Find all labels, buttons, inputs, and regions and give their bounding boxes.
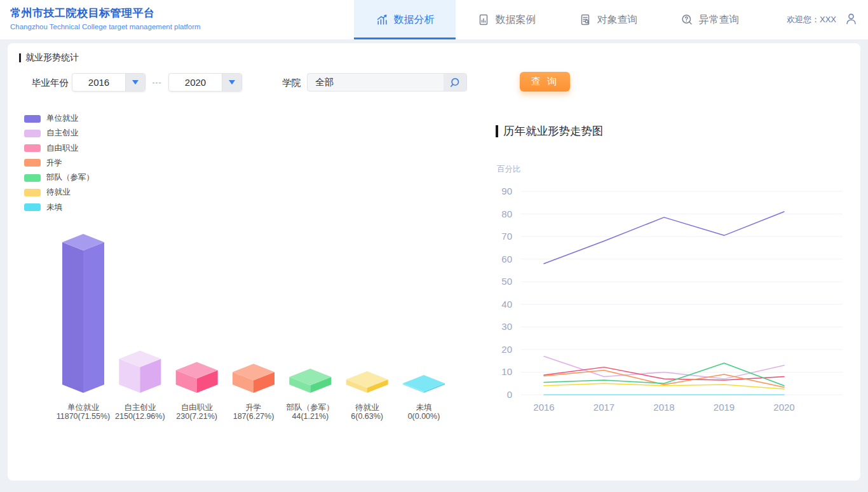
year-range-separator: --- [148,73,166,92]
employment-stats-card: 就业形势统计 毕业年份 2016 --- 2020 学院 查 询 单位就业自主创… [8,43,860,481]
year-filter-label: 毕业年份 [32,73,69,92]
chevron-down-icon [229,80,235,85]
legend-swatch [24,159,41,167]
y-tick-label: 90 [501,186,512,196]
bar-value-label: 187(6.27%) [233,412,275,421]
legend-item[interactable]: 自主创业 [24,129,94,137]
bar-3d: 单位就业11870(71.55%) [57,234,111,421]
legend-swatch [24,189,41,196]
trend-line-自主创业 [544,357,784,379]
user-area: 欢迎您：XXX [787,0,858,39]
tab-object-query[interactable]: 对象查询 [557,0,659,39]
y-tick-label: 30 [501,321,512,332]
trend-line-单位就业 [544,212,784,264]
bar-3d: 部队（参军）44(1.21%) [286,369,334,421]
y-tick-label: 0 [507,389,512,400]
welcome-text: 欢迎您：XXX [787,14,836,25]
y-tick-label: 70 [501,231,512,242]
document-search-icon [579,13,592,26]
tab-label: 数据案例 [496,13,536,27]
x-tick-label: 2016 [533,402,554,413]
bar-value-label: 44(1.21%) [292,412,329,421]
legend-label: 待就业 [46,187,71,198]
year-from-select[interactable]: 2016 [72,73,146,92]
title-accent-bar [19,53,21,62]
y-tick-label: 40 [501,299,512,310]
legend-label: 部队（参军） [46,172,94,183]
tab-label: 数据分析 [394,13,435,27]
college-search-icon-zone[interactable] [444,74,466,91]
legend-item[interactable]: 单位就业 [24,114,94,123]
tab-anomaly-query[interactable]: 异常查询 [659,0,761,39]
y-tick-label: 60 [501,254,512,264]
legend-label: 升学 [46,158,62,168]
legend-swatch [24,144,41,152]
bar-value-label: 230(7.21%) [176,412,217,421]
bar-value-label: 11870(71.55%) [57,412,111,421]
app-subtitle: Changzhou Technical College target manag… [10,23,201,31]
y-tick-label: 20 [501,344,512,355]
legend-item[interactable]: 升学 [24,159,94,167]
document-chart-icon [477,13,490,26]
legend-swatch [24,203,41,211]
query-button[interactable]: 查 询 [520,72,570,92]
search-icon [449,77,461,88]
tab-data-cases[interactable]: 数据案例 [456,0,557,39]
section-title: 就业形势统计 [19,52,79,64]
bar-3d: 升学187(6.27%) [233,364,275,421]
tab-label: 对象查询 [597,13,638,27]
bar-3d: 待就业6(0.63%) [346,371,388,421]
bar-category-label: 自主创业 [124,403,156,412]
year-to-select[interactable]: 2020 [168,73,242,92]
main-nav: 数据分析 数据案例 对象查询 异常查询 [354,0,761,39]
bar-category-label: 自由职业 [181,403,214,412]
legend-swatch [24,130,41,137]
line-chart-svg: 010203040506070809020162017201820192020 [489,182,858,418]
y-tick-label: 50 [501,276,512,287]
legend-label: 单位就业 [46,113,78,124]
bar-3d: 自由职业230(7.21%) [176,362,218,421]
college-search-box [307,73,467,92]
search-question-icon [681,13,693,26]
bar-chart-legend: 单位就业自主创业自由职业升学部队（参军）待就业未填 [24,114,94,218]
bar-category-label: 未填 [416,403,433,412]
x-tick-label: 2020 [773,402,794,413]
title-accent-bar [496,125,498,137]
tab-label: 异常查询 [699,13,740,27]
college-filter-label: 学院 [282,73,301,92]
bar-3d: 未填0(0.00%) [403,375,445,421]
bar-value-label: 6(0.63%) [351,412,383,421]
legend-item[interactable]: 未填 [24,203,94,212]
legend-item[interactable]: 自由职业 [24,144,94,153]
legend-swatch [24,115,41,123]
trend-title-text: 历年就业形势走势图 [503,123,604,139]
y-tick-label: 10 [501,366,512,377]
year-to-value: 2020 [169,74,222,91]
bar-category-label: 部队（参军） [286,403,334,412]
bar-category-label: 单位就业 [67,403,100,412]
trend-chart-title: 历年就业形势走势图 [496,123,604,139]
user-avatar-icon[interactable] [844,12,858,28]
bar-3d: 自主创业2150(12.96%) [115,350,165,421]
legend-item[interactable]: 部队（参军） [24,174,94,182]
tab-data-analysis[interactable]: 数据分析 [354,0,456,39]
bar-chart-svg: 单位就业11870(71.55%)自主创业2150(12.96%)自由职业230… [38,222,483,423]
analysis-chart-icon [376,13,388,26]
app-header: 常州市技工院校目标管理平台 Changzhou Technical Colleg… [0,0,868,39]
x-tick-label: 2018 [653,402,674,413]
college-input[interactable] [308,74,444,91]
bar-value-label: 0(0.00%) [408,412,440,421]
legend-item[interactable]: 待就业 [24,188,94,196]
year-from-arrow-zone[interactable] [125,74,145,91]
year-to-arrow-zone[interactable] [222,74,241,91]
bar-category-label: 升学 [246,403,262,412]
bar-value-label: 2150(12.96%) [115,412,165,421]
year-from-value: 2016 [72,74,125,91]
trend-line-部队（参军） [544,363,784,386]
x-tick-label: 2017 [593,402,614,413]
section-title-text: 就业形势统计 [25,52,79,64]
legend-label: 未填 [46,202,62,213]
legend-label: 自由职业 [46,143,78,154]
legend-label: 自主创业 [46,128,78,139]
y-axis-label: 百分比 [497,164,521,175]
